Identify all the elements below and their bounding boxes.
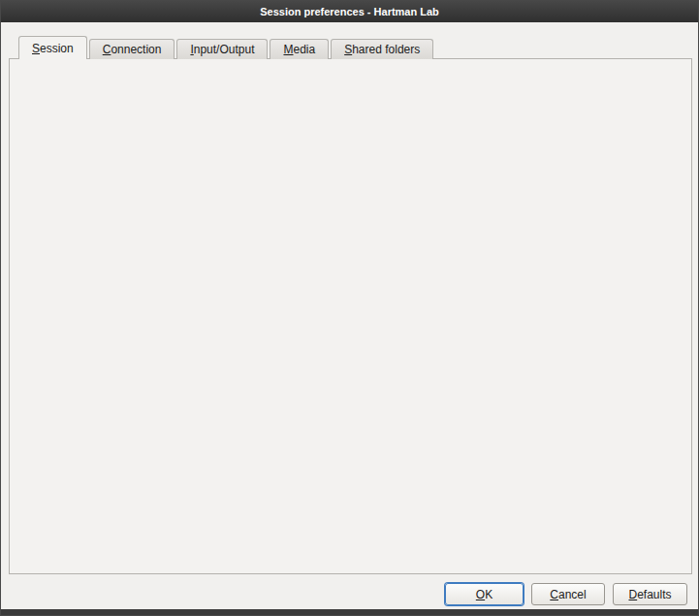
tab-bar: Session Connection Input/Output Media Sh… — [18, 36, 435, 59]
tab-input-output[interactable]: Input/Output — [176, 39, 268, 59]
ok-button[interactable]: OK — [445, 583, 524, 605]
defaults-button[interactable]: Defaults — [613, 583, 687, 605]
cancel-button[interactable]: Cancel — [531, 583, 605, 605]
session-preferences-dialog: Session preferences - Hartman Lab Sessio… — [0, 0, 699, 616]
titlebar[interactable]: Session preferences - Hartman Lab — [1, 1, 698, 22]
window-bottom-edge — [1, 609, 698, 615]
tab-shared-folders[interactable]: Shared folders — [331, 39, 433, 59]
tab-session[interactable]: Session — [18, 36, 87, 59]
tab-media[interactable]: Media — [270, 39, 329, 59]
window-title: Session preferences - Hartman Lab — [260, 6, 439, 17]
tab-connection[interactable]: Connection — [89, 39, 175, 59]
session-tab-pane — [9, 58, 692, 574]
